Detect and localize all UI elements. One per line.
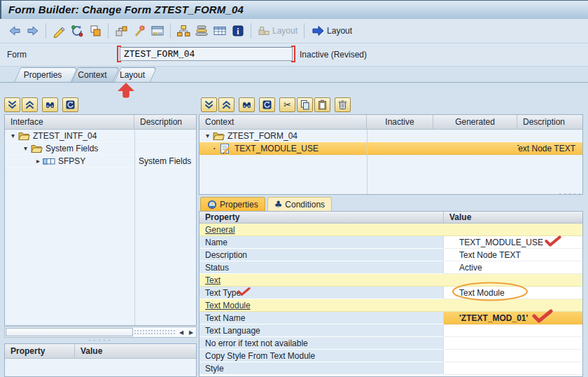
find-button[interactable] [42, 97, 58, 112]
tree-row-system-fields[interactable]: ▾ System Fields [5, 142, 196, 155]
tab-context[interactable]: Context [71, 67, 113, 82]
forward-button[interactable] [24, 22, 42, 40]
tab-node-conditions[interactable]: ♣ Conditions [267, 197, 332, 211]
tab-layout[interactable]: Layout [114, 67, 150, 82]
property-value[interactable] [444, 350, 582, 362]
expander-closed-icon[interactable]: ▸ [34, 157, 42, 165]
collapse-icon [204, 100, 214, 110]
property-row-status: Status Active [200, 261, 582, 274]
open-folder-icon [30, 143, 43, 153]
column-header-context: Context [200, 115, 367, 129]
copy-button[interactable] [86, 22, 104, 40]
property-value[interactable]: TEXT_MODULE_USE [444, 236, 582, 249]
expand-subtree-button[interactable] [22, 97, 38, 112]
property-value[interactable] [444, 324, 582, 337]
cut-button[interactable]: ✂ [279, 97, 295, 112]
property-value[interactable] [444, 362, 582, 375]
blue-arrow-right-icon [311, 24, 325, 38]
form-builder-window: Form Builder: Change Form ZTEST_FORM_04 [0, 0, 588, 377]
tree-node-label: SFPSY [58, 156, 85, 166]
tab-label: Context [71, 67, 113, 80]
annotation-red-arrow-layout [116, 82, 136, 99]
expand-subtree-button[interactable] [218, 97, 234, 112]
scrollbar-thumb[interactable] [6, 328, 133, 336]
display-change-button[interactable] [50, 22, 68, 40]
column-divider[interactable] [367, 130, 368, 194]
layout-button[interactable]: Layout [308, 22, 355, 40]
tree-row-sfpsy[interactable]: ▸ SFPSY System Fields [5, 155, 196, 167]
left-horizontal-splitter[interactable]: ····· [4, 338, 197, 343]
expand-icon [24, 100, 35, 110]
refresh-button[interactable] [62, 97, 78, 112]
context-tree-toolbar: ✂ [201, 97, 352, 112]
form-status-text: Inactive (Revised) [300, 50, 367, 60]
tab-label: Conditions [285, 200, 325, 210]
property-value[interactable]: Text Node TEXT [444, 249, 582, 261]
scroll-right-button[interactable]: ▶ [186, 327, 196, 337]
back-button[interactable] [6, 22, 24, 40]
copy-button[interactable] [297, 97, 313, 112]
detail-tabstrip: Properties ♣ Conditions [200, 197, 332, 211]
scissors-icon: ✂ [284, 100, 291, 109]
form-name-input[interactable]: ZTEST_FORM_04 [120, 47, 293, 61]
trash-icon [337, 100, 348, 110]
paste-icon [317, 100, 328, 110]
paste-button[interactable] [314, 97, 330, 112]
node-properties-table: Property Value General Name TEXT_MODULE_… [199, 211, 583, 377]
expander-open-icon[interactable]: ▾ [22, 144, 29, 152]
properties-tab-icon [207, 200, 217, 210]
collapse-subtree-button[interactable] [4, 97, 20, 112]
layout-disabled-button: Layout [255, 22, 300, 40]
documentation-button[interactable]: i [229, 22, 247, 40]
window-toggle-button[interactable] [148, 22, 167, 40]
tab-node-properties[interactable]: Properties [200, 197, 265, 211]
tab-properties[interactable]: Properties [14, 67, 71, 82]
field-list-button[interactable] [211, 22, 229, 40]
column-header-generated: Generated [433, 115, 517, 129]
stack-icon [195, 24, 209, 38]
column-divider[interactable] [134, 130, 135, 325]
property-value[interactable] [444, 337, 582, 350]
tree-row-ztest-form[interactable]: ▾ ZTEST_FORM_04 [200, 130, 582, 142]
tree-node-label: TEXT_MODULE_USE [234, 144, 318, 153]
expander-open-icon[interactable]: ▾ [204, 132, 211, 139]
form-painter-button[interactable] [192, 22, 211, 40]
refresh-icon [262, 100, 272, 110]
property-value[interactable]: Text Module [444, 287, 582, 299]
interface-tree-toolbar [4, 97, 80, 112]
refresh-check-icon [70, 24, 84, 38]
tree-row-ztest-intf[interactable]: ▾ ZTEST_INTF_04 [5, 130, 196, 142]
linked-squares-icon [114, 24, 128, 38]
property-value-highlighted[interactable]: 'ZTEXT_MOD_01' [444, 312, 582, 324]
tab-label: Properties [220, 200, 258, 210]
find-button[interactable] [239, 97, 255, 112]
property-row-copy-style: Copy Style From Text Module [200, 350, 582, 362]
section-label: Text [205, 275, 220, 285]
toolbar-separator [251, 23, 251, 39]
delete-button[interactable] [335, 97, 351, 112]
tab-label: Layout [114, 67, 150, 80]
toolbar-separator [170, 23, 171, 39]
consistency-check-button[interactable] [68, 22, 86, 40]
reference-button[interactable] [112, 22, 130, 40]
property-value[interactable]: Active [444, 261, 582, 274]
main-tabstrip: Properties Context Layout [0, 67, 588, 83]
section-link-text-module[interactable]: Text Module [200, 299, 582, 312]
create-wizard-button[interactable] [130, 22, 148, 40]
tab-label: Properties [14, 67, 71, 80]
toolbar-separator [46, 23, 46, 39]
context-tree: Context Inactive Generated Description ▾… [199, 114, 583, 195]
refresh-button[interactable] [259, 97, 275, 112]
section-link-general[interactable]: General [200, 224, 582, 236]
collapse-subtree-button[interactable] [201, 97, 217, 112]
open-folder-icon [212, 130, 225, 141]
hierarchy-button[interactable] [174, 22, 192, 40]
magic-wand-icon [132, 24, 146, 38]
scrollbar-track[interactable] [134, 329, 176, 335]
expander-open-icon[interactable]: ▾ [9, 132, 17, 139]
scroll-left-icon: ◀ [179, 329, 183, 336]
section-link-text[interactable]: Text [200, 274, 582, 287]
tree-row-text-module-use[interactable]: · TEXT_MODULE_USE Text Node TEXT [200, 142, 582, 155]
right-horizontal-splitter[interactable]: ····· [518, 191, 583, 197]
scroll-left-button[interactable]: ◀ [176, 327, 186, 337]
